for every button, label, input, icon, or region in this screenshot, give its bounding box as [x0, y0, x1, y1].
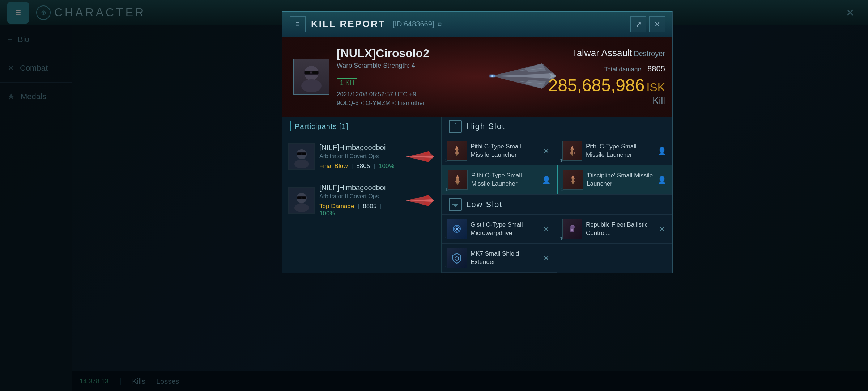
slot-count-1: 1	[444, 157, 447, 163]
low-slot-item-1[interactable]: 1	[442, 215, 557, 244]
pilot-name: [NULX]Cirosolo2	[337, 47, 429, 60]
svg-rect-3	[305, 71, 310, 74]
damage-value: 8805	[647, 64, 665, 73]
modal-close-button[interactable]: ✕	[649, 16, 665, 32]
svg-point-36	[406, 200, 409, 201]
participant-card-2[interactable]: [NILF]Himbagoodboi Arbitrator II Covert …	[282, 177, 441, 224]
modal-title: KILL REPORT	[311, 18, 386, 30]
modal-export-button[interactable]: ⤤	[630, 16, 646, 32]
isk-row: 285,685,986 ISK	[548, 73, 665, 95]
svg-rect-75	[571, 225, 574, 226]
svg-marker-53	[456, 183, 459, 185]
svg-rect-31	[302, 197, 306, 199]
low-slot-remove-icon-2: ✕	[659, 225, 665, 234]
avatar-svg	[295, 60, 328, 93]
kill-report-modal: ≡ KILL REPORT [ID:6483669] ⧉ ⤤ ✕	[282, 11, 673, 273]
low-slot-title: Low Slot	[466, 200, 502, 209]
stat-sep-4: |	[380, 203, 382, 210]
participant-ship-1: Arbitrator II Covert Ops	[319, 153, 399, 160]
low-slot-icon	[449, 198, 462, 211]
ship-type-container: Talwar Assault Destroyer	[548, 47, 665, 59]
slot-action-4[interactable]: 👤	[657, 175, 667, 185]
high-slot-item-1[interactable]: 1 P	[442, 136, 557, 165]
avatar-face	[294, 59, 329, 94]
svg-rect-74	[574, 226, 575, 228]
svg-marker-48	[571, 154, 573, 156]
missile-icon-1	[447, 141, 467, 160]
low-slot-item-3[interactable]: 1 MK7 Small Shield Ext	[442, 244, 557, 273]
svg-rect-73	[570, 226, 571, 228]
missile-icon-3	[448, 170, 467, 189]
high-slot-svg-icon	[452, 123, 459, 130]
slot-item-name-3: Pithi C-Type Small Missile Launcher	[471, 172, 537, 188]
damage-label: Total damage:	[604, 66, 643, 73]
participant-card-1[interactable]: [NILF]Himbagoodboi Arbitrator II Covert …	[282, 136, 441, 177]
slot-count-2: 1	[560, 157, 563, 163]
svg-rect-61	[452, 204, 458, 205]
low-slot-header: Low Slot	[442, 195, 672, 215]
shield-svg	[451, 252, 463, 264]
ship-class: Destroyer	[634, 50, 665, 58]
svg-marker-43	[456, 154, 458, 156]
slot-person-icon-2: 👤	[658, 147, 667, 155]
svg-rect-64	[452, 203, 458, 203]
svg-point-25	[406, 156, 409, 157]
top-damage-label: Top Damage	[319, 203, 354, 210]
slot-item-name-4: 'Discipline' Small Missile Launcher	[587, 172, 653, 188]
participant-avatar-2	[288, 187, 315, 214]
modal-actions: ⤤ ✕	[630, 16, 665, 32]
svg-rect-52	[456, 178, 459, 183]
participants-panel: Participants [1]	[282, 117, 442, 273]
participant-2-avatar-svg	[289, 188, 314, 213]
svg-rect-39	[455, 123, 456, 124]
participant-avatar-1	[288, 143, 315, 170]
svg-point-1	[301, 79, 322, 92]
participant-ship-svg-1	[403, 148, 436, 166]
low-slot-count-1: 1	[444, 236, 447, 241]
svg-rect-72	[570, 226, 574, 232]
low-slot-action-2[interactable]: ✕	[657, 224, 667, 234]
slot-count-4: 1	[561, 186, 563, 192]
slot-action-1[interactable]: ✕	[541, 146, 551, 156]
svg-point-77	[455, 257, 459, 260]
low-slot-item-name-1: Gistii C-Type Small Microwarpdrive	[471, 221, 537, 237]
slot-item-name-1: Pithi C-Type Small Missile Launcher	[471, 143, 537, 159]
svg-point-11	[491, 75, 494, 77]
svg-rect-38	[454, 125, 457, 125]
low-slot-remove-icon-1: ✕	[543, 225, 549, 234]
participant-ship-img-2	[403, 192, 436, 210]
participant-info-2: [NILF]Himbagoodboi Arbitrator II Covert …	[319, 184, 399, 217]
slot-action-2[interactable]: 👤	[657, 146, 667, 156]
stat-sep-2: |	[374, 163, 375, 169]
participant-name-1: [NILF]Himbagoodboi	[319, 143, 399, 152]
low-slot-action-3[interactable]: ✕	[541, 253, 551, 263]
low-slot-action-1[interactable]: ✕	[541, 224, 551, 234]
low-slot-icon-1	[447, 219, 467, 239]
mwd-svg	[451, 223, 463, 235]
slot-action-3[interactable]: 👤	[541, 175, 551, 185]
mwd-icon	[447, 219, 467, 239]
high-slot-title: High Slot	[466, 122, 505, 131]
participant-info-1: [NILF]Himbagoodboi Arbitrator II Covert …	[319, 143, 399, 170]
modal-id-copy-icon: ⧉	[438, 21, 442, 28]
high-slot-item-4[interactable]: 1 '	[557, 165, 672, 194]
modal-menu-button[interactable]: ≡	[290, 16, 306, 32]
low-slot-icon-2	[562, 219, 582, 239]
high-slot-item-3[interactable]: 1 P	[442, 165, 557, 194]
svg-rect-54	[455, 181, 456, 182]
low-slot-remove-icon-3: ✕	[543, 254, 549, 262]
modal-menu-icon: ≡	[295, 20, 300, 28]
svg-rect-57	[572, 178, 574, 183]
stat-damage-1: 8805	[356, 163, 370, 169]
ship-type: Talwar Assault	[572, 47, 632, 58]
svg-rect-50	[574, 152, 575, 154]
high-slot-item-2[interactable]: 1 P	[557, 136, 672, 165]
low-slot-item-2[interactable]: 1 R	[557, 215, 672, 244]
svg-rect-63	[455, 206, 456, 207]
modal-header-bar: ≡ KILL REPORT [ID:6483669] ⧉ ⤤ ✕	[282, 12, 672, 37]
svg-rect-60	[574, 181, 575, 182]
slot-person-icon-3: 👤	[542, 176, 551, 184]
pilot-warp: Warp Scramble Strength: 4	[337, 62, 429, 70]
svg-rect-37	[452, 126, 458, 126]
pilot-info: [NULX]Cirosolo2 Warp Scramble Strength: …	[337, 47, 429, 107]
